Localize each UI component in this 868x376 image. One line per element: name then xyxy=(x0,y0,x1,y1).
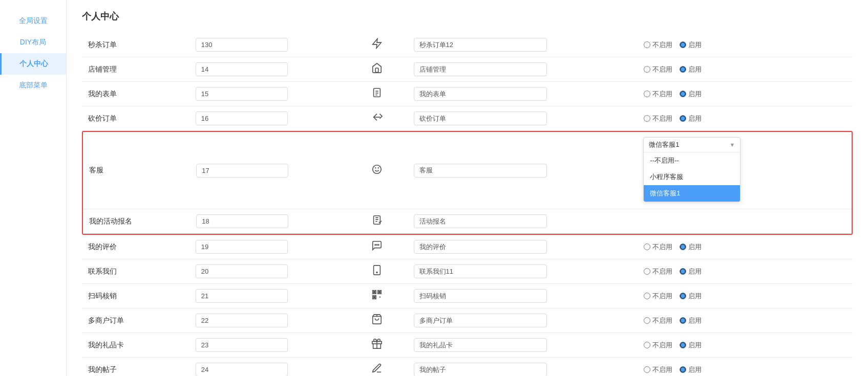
row-sort-cell xyxy=(189,33,346,57)
table-row: 扫码核销 不启用 启用 xyxy=(82,284,853,308)
sidebar-item-bottom-menu[interactable]: 底部菜单 xyxy=(0,75,66,96)
display-name-input[interactable] xyxy=(414,264,547,278)
sort-input-activity[interactable] xyxy=(196,214,288,228)
table-row: 我的礼品卡 不启用 启用 xyxy=(82,333,853,358)
no-enable-label[interactable]: 不启用 xyxy=(644,65,672,74)
sidebar-item-personal-center[interactable]: 个人中心 xyxy=(0,53,66,75)
row-display-name-cell xyxy=(408,33,638,57)
row-name: 我的帖子 xyxy=(82,358,189,377)
dropdown-options: --不启用-- 小程序客服 微信客服1 xyxy=(644,152,740,202)
display-name-input[interactable] xyxy=(414,289,547,303)
row-icon-activity xyxy=(346,209,408,234)
no-enable-label[interactable]: 不启用 xyxy=(644,267,672,276)
enable-label[interactable]: 启用 xyxy=(680,40,702,50)
no-enable-label[interactable]: 不启用 xyxy=(644,90,672,99)
enable-label[interactable]: 启用 xyxy=(680,90,702,99)
sort-input[interactable] xyxy=(196,38,288,52)
row-name: 多商户订单 xyxy=(82,308,189,333)
enable-label[interactable]: 启用 xyxy=(680,242,702,252)
row-name: 我的礼品卡 xyxy=(82,333,189,358)
dropdown-open-box: 微信客服1 ▼ --不启用-- 小程序客服 微信客服1 xyxy=(643,137,740,202)
display-name-input[interactable] xyxy=(414,240,547,254)
sort-input[interactable] xyxy=(196,62,288,76)
no-enable-label[interactable]: 不启用 xyxy=(644,316,672,325)
display-name-input[interactable] xyxy=(414,87,547,101)
svg-point-7 xyxy=(373,165,382,173)
sort-input[interactable] xyxy=(196,264,288,278)
enable-label[interactable]: 启用 xyxy=(680,267,702,276)
table-row: 店铺管理 不启用 启用 xyxy=(82,57,853,82)
svg-rect-23 xyxy=(373,297,375,298)
svg-rect-21 xyxy=(373,292,375,293)
table-row: 联系我们 不启用 启用 xyxy=(82,259,853,284)
no-enable-label[interactable]: 不启用 xyxy=(644,114,672,123)
enable-label[interactable]: 启用 xyxy=(680,341,702,350)
no-enable-label[interactable]: 不启用 xyxy=(644,365,672,374)
row-name: 联系我们 xyxy=(82,259,189,284)
display-name-input[interactable] xyxy=(414,338,547,352)
row-status-cell: 不启用 启用 xyxy=(638,33,853,57)
svg-rect-1 xyxy=(375,68,378,72)
table-row: 我的评价 不启用 启用 xyxy=(82,235,853,259)
enable-label[interactable]: 启用 xyxy=(680,365,702,374)
table-row-kefu: 客服 微信客服1 ▼ xyxy=(83,132,852,209)
table-row: 砍价订单 不启用 启用 xyxy=(82,106,853,131)
sort-input[interactable] xyxy=(196,338,288,352)
row-name: 我的评价 xyxy=(82,235,189,259)
items-table-bottom: 我的评价 不启用 启用 联系我们 xyxy=(82,235,853,376)
enable-label[interactable]: 启用 xyxy=(680,65,702,74)
sort-input-kefu[interactable] xyxy=(196,164,288,178)
dropdown-option-miniapp[interactable]: 小程序客服 xyxy=(644,169,740,185)
sort-input[interactable] xyxy=(196,289,288,303)
no-enable-label[interactable]: 不启用 xyxy=(644,341,672,350)
display-name-input[interactable] xyxy=(414,363,547,376)
row-name-activity: 我的活动报名 xyxy=(83,209,190,234)
kefu-dropdown-cell: 微信客服1 ▼ --不启用-- 小程序客服 微信客服1 xyxy=(637,132,852,209)
row-name: 我的表单 xyxy=(82,82,189,106)
enable-label[interactable]: 启用 xyxy=(680,316,702,325)
enable-label[interactable]: 启用 xyxy=(680,114,702,123)
sort-input[interactable] xyxy=(196,363,288,376)
sidebar-item-global-settings[interactable]: 全局设置 xyxy=(0,10,66,32)
sidebar-item-diy-layout[interactable]: DIY布局 xyxy=(0,32,66,53)
row-icon xyxy=(346,259,408,284)
sort-input[interactable] xyxy=(196,112,288,125)
dropdown-container: 微信客服1 ▼ --不启用-- 小程序客服 微信客服1 xyxy=(643,137,740,202)
no-enable-label[interactable]: 不启用 xyxy=(644,40,672,50)
sort-input[interactable] xyxy=(196,314,288,327)
svg-marker-0 xyxy=(372,39,381,48)
items-table: 秒杀订单 不启用 启用 店铺管理 xyxy=(82,33,853,131)
dropdown-option-wechat[interactable]: 微信客服1 xyxy=(644,185,740,202)
no-enable-label[interactable]: 不启用 xyxy=(644,242,672,252)
row-name: 秒杀订单 xyxy=(82,33,189,57)
row-name-kefu: 客服 xyxy=(83,132,190,209)
row-icon xyxy=(346,333,408,358)
sort-input[interactable] xyxy=(196,87,288,101)
display-name-input[interactable] xyxy=(414,38,547,52)
no-enable-label[interactable]: 不启用 xyxy=(644,292,672,301)
svg-rect-22 xyxy=(378,292,380,293)
svg-rect-12 xyxy=(374,216,380,225)
display-name-input-activity[interactable] xyxy=(414,214,547,228)
row-icon xyxy=(346,33,408,57)
sort-input[interactable] xyxy=(196,240,288,254)
main-content: 个人中心 秒杀订单 不启用 启用 xyxy=(67,0,868,376)
row-icon-kefu xyxy=(346,132,408,209)
row-icon xyxy=(346,358,408,377)
table-row-activity: 我的活动报名 xyxy=(83,209,852,234)
dropdown-option-disable[interactable]: --不启用-- xyxy=(644,152,740,169)
svg-rect-2 xyxy=(373,89,380,97)
table-row: 秒杀订单 不启用 启用 xyxy=(82,33,853,57)
enable-label[interactable]: 启用 xyxy=(680,292,702,301)
display-name-input[interactable] xyxy=(414,314,547,327)
highlighted-table: 客服 微信客服1 ▼ xyxy=(83,132,852,234)
row-icon xyxy=(346,235,408,259)
highlighted-section: 客服 微信客服1 ▼ xyxy=(82,131,853,235)
dropdown-header[interactable]: 微信客服1 ▼ xyxy=(644,138,740,152)
display-name-input-kefu[interactable] xyxy=(414,164,547,178)
row-name: 店铺管理 xyxy=(82,57,189,82)
row-name: 砍价订单 xyxy=(82,106,189,131)
dropdown-selected-value: 微信客服1 xyxy=(649,140,679,149)
display-name-input[interactable] xyxy=(414,62,547,76)
display-name-input[interactable] xyxy=(414,112,547,125)
